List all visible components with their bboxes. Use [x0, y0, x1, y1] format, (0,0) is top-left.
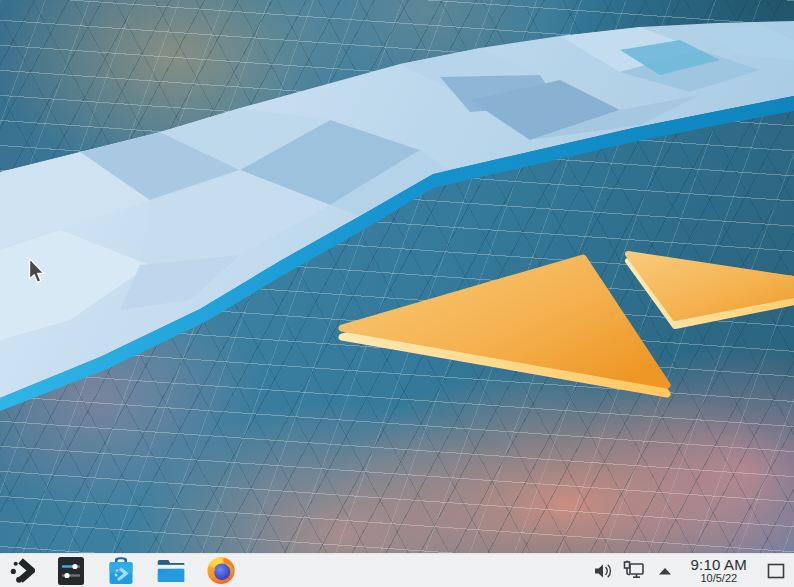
show-desktop-icon — [767, 563, 785, 579]
taskbar-app-icons — [6, 556, 236, 586]
speaker-icon — [593, 562, 613, 580]
wallpaper — [0, 0, 794, 553]
folder-icon — [156, 556, 186, 586]
discover-bag-icon — [106, 556, 136, 586]
network-icon — [623, 560, 645, 581]
firefox-icon — [206, 555, 236, 586]
glacier-band — [0, 21, 794, 411]
file-manager-button[interactable] — [156, 556, 186, 586]
discover-button[interactable] — [106, 556, 136, 586]
taskbar: 9:10 AM 10/5/22 — [0, 553, 794, 587]
app-launcher-button[interactable] — [6, 556, 36, 586]
clock-time: 9:10 AM — [691, 557, 747, 572]
mouse-cursor — [28, 257, 48, 285]
expand-tray-button[interactable] — [654, 559, 676, 583]
volume-button[interactable] — [592, 559, 614, 583]
settings-sliders-icon — [57, 556, 85, 586]
network-button[interactable] — [623, 559, 645, 583]
system-settings-button[interactable] — [56, 556, 86, 586]
show-desktop-button[interactable] — [764, 556, 788, 586]
orange-delta-large — [342, 258, 667, 394]
orange-delta-small — [628, 254, 794, 326]
kde-launcher-icon — [8, 557, 35, 584]
wallpaper-graphics — [0, 0, 794, 553]
firefox-button[interactable] — [206, 556, 236, 586]
digital-clock[interactable]: 9:10 AM 10/5/22 — [691, 557, 747, 584]
clock-date: 10/5/22 — [700, 573, 737, 584]
system-tray: 9:10 AM 10/5/22 — [592, 556, 788, 586]
desktop: 9:10 AM 10/5/22 — [0, 0, 794, 587]
chevron-up-icon — [657, 566, 673, 576]
